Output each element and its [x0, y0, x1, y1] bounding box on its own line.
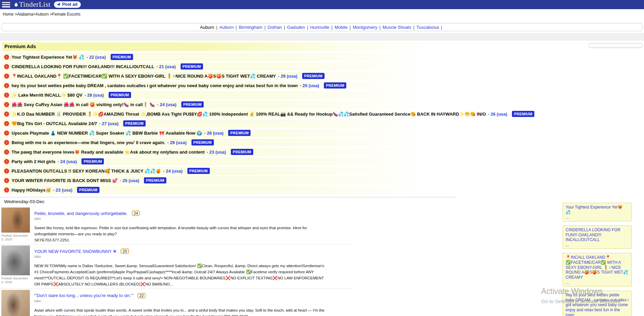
premium-ad-title[interactable]: YOUR WINTER FAVORITE IS BACK DONT MISS 💕: [12, 178, 118, 183]
bump-up-icon: ↑: [4, 93, 9, 98]
premium-ad-title[interactable]: ✨ Lake Merritt INCALL✨ $80 QV: [12, 93, 82, 98]
city-link-montgomery[interactable]: Montgomery: [353, 25, 377, 30]
premium-badge: PREMIUM: [231, 149, 253, 155]
premium-ad-age-location: - 24 (usa): [57, 159, 77, 164]
separator: |: [236, 25, 237, 30]
city-link-tuscaloosa[interactable]: Tuscaloosa: [417, 25, 439, 30]
city-link-birmingham[interactable]: Birmingham: [239, 25, 262, 30]
premium-ad-age-location: - 21 (usa): [157, 64, 176, 69]
listing-title-link[interactable]: YOUR NEW FAVORITE SNOWBUNNY ❄: [34, 249, 116, 254]
date-header: Wednesday-03-Dec: [0, 197, 644, 206]
bump-up-icon: ↑: [4, 159, 9, 164]
listing-row: Posted: December 3, 2025 Petite, brunett…: [0, 206, 353, 244]
premium-badge: PREMIUM: [109, 92, 131, 98]
premium-ad-row: ↑ Happy HOlidays🥳 - 23 (usa) PREMIUM: [2, 186, 457, 194]
city-link-dothan[interactable]: Dothan: [268, 25, 282, 30]
sidebar-ad-title[interactable]: 📍INCALL OAKLAND📍 ✅FACETIME/CAR✅ WITH A S…: [566, 255, 629, 280]
sidebar-ad-box[interactable]: Your Tightest Experience Yet🦊 💦 ...: [563, 203, 632, 221]
bump-up-icon: ↑: [4, 64, 9, 69]
premium-ad-title[interactable]: Upscale Playmate 👗 NEW NUMBER 💦 Super So…: [12, 131, 202, 136]
premium-ad-title[interactable]: 📍INCALL OAKLAND📍 ✅FACETIME/CAR✅ WITH A S…: [12, 74, 276, 79]
premium-badge: PREMIUM: [512, 111, 534, 117]
bump-up-icon: ↑: [4, 169, 9, 174]
premium-ad-title[interactable]: 🧡Big Tits Girl - OUTCALL Available 24/7: [12, 121, 97, 126]
separator: |: [331, 25, 332, 30]
listing-thumbnail[interactable]: [1, 208, 30, 233]
menu-icon[interactable]: [2, 2, 10, 7]
listing-thumbnail[interactable]: [1, 290, 30, 316]
premium-ad-row: ↑ 🌺🌺 Sexy CuRvy Asian 🌺🌺 in call 🍑 visit…: [2, 100, 457, 108]
separator: |: [264, 25, 265, 30]
posted-date: Posted: December 3, 2025: [1, 276, 31, 284]
sidebar-ad-title[interactable]: Your Tightest Experience Yet🦊 💦: [566, 205, 629, 215]
city-link-muscle-shoals[interactable]: Muscle Shoals: [383, 25, 411, 30]
premium-ad-title[interactable]: PLEASANTON OUTCALLS !! SEXY KOREAN🥰 THIC…: [12, 169, 161, 174]
premium-ad-age-location: - 29 (usa): [278, 74, 297, 79]
listing-title-link[interactable]: "'Don't stare too long... unless you're …: [34, 293, 133, 298]
premium-ad-age-location: - 27 (usa): [99, 121, 118, 126]
post-ad-label: Post ad: [62, 2, 77, 7]
bump-up-icon: ↑: [4, 178, 9, 183]
premium-badge: PREMIUM: [181, 63, 203, 70]
premium-ad-title[interactable]: CINDERELLA LOOKING FOR FUN!!! OAKLAND!!!…: [12, 64, 154, 69]
premium-ad-title[interactable]: Happy HOlidays🥳: [12, 187, 51, 193]
premium-ad-title[interactable]: Party with 2 Hot girls: [12, 159, 55, 164]
listings-feed: Wednesday-03-Dec Posted: December 3, 202…: [0, 197, 644, 316]
sidebar-ad-title[interactable]: CINDERELLA LOOKING FOR FUN!!! OAKLAND!!!…: [566, 228, 629, 242]
phone-line: SKYE702-577-2251: [34, 237, 326, 243]
posted-date: Posted: December 3, 2025: [1, 234, 31, 241]
premium-badge: PREMIUM: [81, 158, 104, 164]
listing-title-link[interactable]: Petite, brunette, and dangerously unforg…: [34, 211, 128, 216]
post-ad-button[interactable]: Post ad: [54, 1, 81, 8]
premium-ad-row: ↑ Party with 2 Hot girls - 24 (usa) PREM…: [2, 157, 457, 165]
premium-ad-row: ↑ ✨ Lake Merritt INCALL✨ $80 QV - 28 (us…: [2, 91, 457, 99]
premium-ad-age-location: - 29 (usa): [167, 140, 186, 145]
premium-ad-age-location: - 26 (usa): [488, 112, 507, 117]
premium-ad-row: ↑ CINDERELLA LOOKING FOR FUN!!! OAKLAND!…: [2, 62, 457, 71]
premium-badge: PREMIUM: [302, 73, 325, 79]
city-link-huntsville[interactable]: Huntsville: [310, 25, 329, 30]
premium-ad-title[interactable]: The pawg that everyone loves🦊 Ready and …: [12, 150, 204, 155]
premium-ad-title[interactable]: Being with me is an experience—one that …: [12, 140, 165, 145]
premium-ad-age-location: - 23 (usa): [206, 150, 226, 155]
premium-ad-row: ↑ The pawg that everyone loves🦊 Ready an…: [2, 148, 457, 156]
premium-ad-row: ↑ YOUR WINTER FAVORITE IS BACK DONT MISS…: [2, 176, 457, 184]
premium-ad-row: ↑ 🧡Big Tits Girl - OUTCALL Available 24/…: [2, 119, 457, 127]
premium-ad-age-location: - 23 (usa): [53, 187, 72, 193]
flame-icon: [14, 2, 19, 8]
bump-up-icon: ↑: [4, 131, 9, 136]
city-link-auburn[interactable]: Auburn: [219, 25, 234, 30]
premium-ad-row: ↑ Being with me is an experience—one tha…: [2, 138, 457, 146]
separator: |: [350, 25, 351, 30]
premium-badge: PREMIUM: [187, 168, 210, 174]
city-link-mobile[interactable]: Mobile: [334, 25, 347, 30]
breadcrumb[interactable]: Home >Alabama>Auburn >Female Escorts: [0, 9, 644, 19]
listing-thumbnail[interactable]: [1, 245, 30, 275]
bump-up-icon: ↑: [4, 150, 9, 155]
sidebar-ad-box[interactable]: 📍INCALL OAKLAND📍 ✅FACETIME/CAR✅ WITH A S…: [563, 253, 632, 287]
premium-sidebar: Your Tightest Experience Yet🦊 💦 ... CIND…: [563, 203, 632, 316]
bump-up-icon: ↑: [4, 121, 9, 126]
premium-ad-title[interactable]: hey its your best wettes petite baby DRE…: [12, 83, 298, 88]
city-nav-bar: Auburn | Auburn | Birmingham | Dothan | …: [2, 23, 642, 31]
city-link-gadsden[interactable]: Gadsden: [287, 25, 305, 30]
premium-ad-row: ↑ 📍INCALL OAKLAND📍 ✅FACETIME/CAR✅ WITH A…: [2, 72, 457, 80]
premium-ad-title[interactable]: ✨K.O Daa NUMBER 🐰 PROVIDER 🧍✨💋AMAZING Th…: [12, 112, 486, 117]
bump-up-icon: ↑: [4, 83, 9, 88]
bump-up-icon: ↑: [4, 55, 9, 60]
sidebar-ad-box[interactable]: hey its your best wettes petite baby DRE…: [563, 291, 632, 316]
top-right-empty-box[interactable]: [588, 43, 643, 48]
description-line: Asian allure with curves that speak loud…: [34, 308, 326, 316]
listing-row: Posted: December 3, 2025 YOUR NEW FAVORI…: [0, 244, 353, 289]
sidebar-ad-title[interactable]: hey its your best wettes petite baby DRE…: [566, 293, 629, 316]
premium-badge: PREMIUM: [324, 82, 346, 88]
premium-badge: PREMIUM: [191, 139, 214, 145]
premium-ad-title[interactable]: Your Tightest Experience Yet🦊 💦: [12, 55, 85, 60]
premium-ad-row: ↑ PLEASANTON OUTCALLS !! SEXY KOREAN🥰 TH…: [2, 167, 457, 175]
sidebar-ad-box[interactable]: CINDERELLA LOOKING FOR FUN!!! OAKLAND!!!…: [563, 225, 632, 249]
sidebar-ad-more: ...: [566, 215, 629, 220]
city-current: Auburn: [200, 25, 214, 30]
site-logo[interactable]: TinderList: [14, 0, 51, 9]
bump-up-icon: ↑: [4, 140, 9, 145]
premium-ad-title[interactable]: 🌺🌺 Sexy CuRvy Asian 🌺🌺 in call 🍑 visitin…: [12, 102, 155, 107]
